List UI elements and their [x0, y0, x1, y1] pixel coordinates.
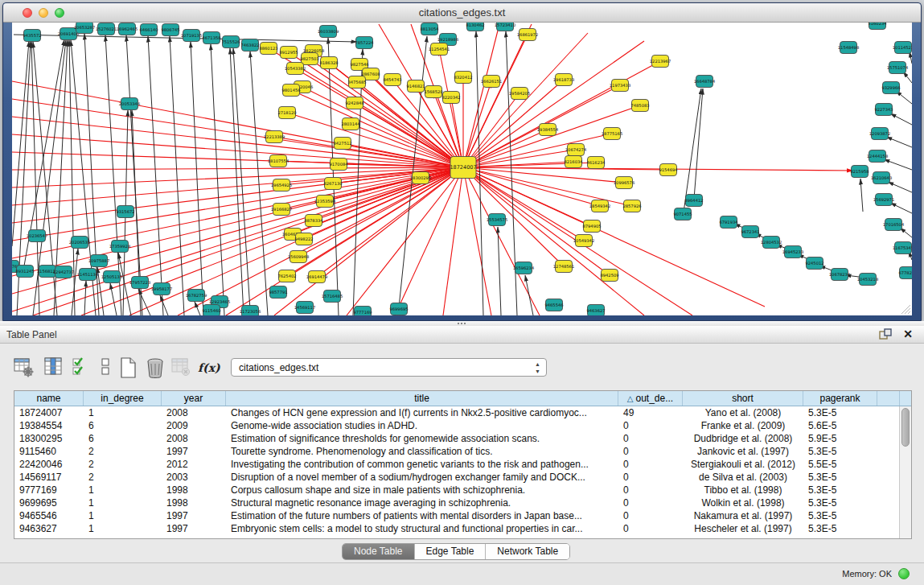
graph-node[interactable]: 4671358 — [202, 32, 220, 44]
graph-node[interactable]: 1568520 — [424, 86, 442, 98]
graph-node[interactable]: 8878334 — [304, 215, 323, 227]
delete-table-button[interactable] — [170, 356, 191, 379]
graph-node[interactable]: 15751074 — [887, 62, 909, 74]
graph-node[interactable]: 12444158 — [867, 150, 888, 163]
graph-edge-directed[interactable] — [170, 36, 184, 315]
graph-node[interactable]: 20053346 — [119, 98, 140, 110]
graph-node[interactable]: 8931245 — [15, 266, 34, 278]
graph-node[interactable]: 6778203 — [898, 267, 912, 279]
graph-edge-directed[interactable] — [888, 182, 912, 192]
graph-node[interactable]: 12748561 — [553, 261, 574, 273]
graph-node[interactable]: 15609948 — [288, 251, 309, 263]
graph-node[interactable]: 19384554 — [537, 124, 559, 136]
column-header-title[interactable]: title — [226, 391, 618, 406]
graph-node[interactable]: 16648784 — [694, 76, 716, 88]
graph-edge-red[interactable] — [314, 167, 463, 220]
graph-node[interactable]: 8942509 — [600, 270, 618, 282]
float-panel-icon[interactable] — [879, 328, 892, 344]
graph-node[interactable]: 9146821 — [406, 80, 425, 93]
graph-node[interactable]: 4616234 — [586, 157, 606, 169]
graph-node[interactable]: 15692971 — [873, 194, 894, 206]
tab-node-table[interactable]: Node Table — [343, 544, 415, 559]
column-header-in_degree[interactable]: in_degree — [84, 391, 162, 406]
graph-node[interactable]: 8186328 — [319, 57, 338, 69]
graph-node[interactable]: 9242848 — [345, 97, 363, 109]
graph-node[interactable]: 18724007 — [450, 157, 476, 179]
graph-node[interactable]: 19654925 — [271, 179, 292, 192]
graph-node[interactable]: 9498222 — [294, 233, 313, 245]
graph-edge-directed[interactable] — [884, 159, 912, 170]
graph-edge-directed[interactable] — [886, 137, 912, 147]
graph-edge-red[interactable] — [463, 167, 491, 315]
table-vertical-scrollbar[interactable] — [899, 406, 911, 538]
graph-node[interactable]: 8964412 — [684, 195, 703, 207]
graph-edge-red[interactable] — [287, 113, 463, 167]
table-row[interactable]: 1872400712008Changes of HCN gene express… — [14, 406, 911, 419]
graph-node[interactable]: 16861972 — [517, 29, 538, 41]
graph-node[interactable]: 15276021 — [96, 23, 117, 35]
graph-node[interactable]: 11973433 — [610, 80, 630, 92]
graph-node[interactable]: 11451134 — [77, 269, 99, 281]
graph-node[interactable]: 8267130 — [323, 178, 342, 190]
graph-node[interactable]: 17359928 — [109, 241, 130, 253]
graph-node[interactable]: 8912955 — [279, 47, 298, 59]
column-header-pagerank[interactable]: pagerank — [803, 391, 877, 406]
graph-node[interactable]: 12505135 — [101, 271, 122, 283]
table-row[interactable]: 977716911998Corpus callosum shape and si… — [14, 484, 911, 496]
graph-node[interactable]: 9329966 — [881, 82, 900, 94]
graph-node[interactable]: 16626151 — [481, 76, 502, 88]
resize-grip[interactable] — [900, 303, 911, 315]
graph-node[interactable]: 12093872 — [869, 128, 890, 140]
graph-node[interactable]: 19166827 — [271, 204, 292, 216]
graph-node[interactable]: 9227343 — [874, 104, 893, 116]
tab-edge-table[interactable]: Edge Table — [415, 544, 487, 559]
graph-node[interactable]: 9071455 — [673, 208, 692, 220]
column-header-short[interactable]: short — [683, 391, 803, 406]
graph-node[interactable]: 12942737 — [53, 266, 74, 278]
delete-button[interactable] — [145, 356, 166, 379]
function-builder-button[interactable]: f(x) — [198, 356, 219, 379]
graph-node[interactable]: 9154694 — [659, 164, 678, 176]
table-row[interactable]: 2242004622012Investigating the contribut… — [14, 458, 911, 471]
graph-node[interactable]: 8860123 — [259, 43, 277, 55]
table-row[interactable]: 1830029562008Estimation of significance … — [14, 432, 911, 445]
graph-node[interactable]: 15723410 — [495, 23, 515, 31]
graph-node[interactable]: 10996576 — [614, 177, 634, 189]
graph-edge-red[interactable] — [463, 35, 528, 167]
graph-node[interactable]: 10549342 — [573, 235, 594, 247]
graph-node[interactable]: 11675345 — [893, 242, 912, 254]
graph-node[interactable]: 5160234 — [868, 23, 887, 30]
graph-edge-directed[interactable] — [328, 38, 339, 315]
graph-node[interactable]: 15716485 — [322, 290, 343, 303]
graph-node[interactable]: 11254541 — [429, 43, 450, 56]
column-visibility-button[interactable] — [43, 356, 64, 379]
graph-node[interactable]: 7857224 — [355, 37, 374, 49]
graph-node[interactable]: 9115460 — [202, 305, 220, 316]
tab-network-table[interactable]: Network Table — [486, 544, 569, 559]
graph-node[interactable]: 19618733 — [553, 74, 574, 86]
table-row[interactable]: 946362711997Embryonic stem cells: a mode… — [14, 522, 911, 535]
graph-node[interactable]: 10543382 — [285, 63, 306, 75]
window-titlebar[interactable]: citations_edges.txt — [3, 3, 921, 23]
graph-node[interactable]: 10114523 — [893, 42, 912, 54]
graph-node[interactable]: 9245012 — [805, 257, 823, 270]
graph-node[interactable]: 6466140 — [139, 24, 158, 36]
table-row[interactable]: 969969511998Structural magnetic resonanc… — [14, 496, 911, 509]
graph-node[interactable]: 14569117 — [294, 302, 315, 314]
graph-node[interactable]: 16782759 — [186, 290, 207, 302]
graph-node[interactable]: 9315672 — [116, 206, 134, 218]
graph-node[interactable]: 9465546 — [544, 299, 563, 311]
graph-node[interactable]: 6791934 — [719, 216, 738, 229]
graph-node[interactable]: 16914479 — [306, 271, 327, 283]
graph-node[interactable]: 8794905 — [582, 220, 601, 233]
graph-node[interactable]: 8220342 — [441, 92, 460, 104]
graph-node[interactable]: 8130462 — [466, 23, 484, 31]
graph-node[interactable]: 8813054 — [420, 23, 439, 35]
graph-edge-red[interactable] — [463, 167, 600, 206]
graph-node[interactable]: 11548498 — [838, 42, 859, 54]
graph-node[interactable]: 17016504 — [883, 219, 905, 231]
graph-node[interactable]: 16210643 — [871, 172, 892, 184]
graph-edge-red[interactable] — [463, 167, 624, 183]
graph-edge-directed[interactable] — [684, 89, 701, 212]
graph-node[interactable]: 9435572 — [23, 30, 41, 42]
